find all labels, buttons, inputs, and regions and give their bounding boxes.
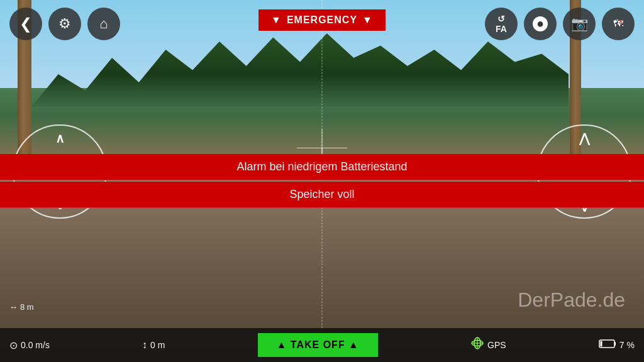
altitude-icon: ↕ [142,339,147,351]
record-icon: ● [533,16,548,31]
home-button[interactable]: ⌂ [87,8,120,40]
settings-button[interactable]: ⚙ [48,8,81,40]
speed-icon: ⊙ [9,339,18,351]
home-icon: ⌂ [99,16,108,32]
gps-icon [470,336,484,354]
back-button[interactable]: ❮ [9,8,42,40]
distance-icon: ↔ [9,302,18,312]
top-right-buttons: ↺FA ● 📷 🗺✕ [485,8,635,40]
altitude-value: 0 m [150,340,165,350]
storage-alert-banner: Speicher voll [0,182,644,208]
battery-icon [599,339,616,351]
battery-alert-banner: Alarm bei niedrigem Batteriestand [0,154,644,180]
flip-button[interactable]: ↺FA [485,8,518,40]
gps-status: GPS [470,336,506,354]
storage-alert-text: Speicher voll [289,188,354,200]
settings-icon: ⚙ [58,16,71,32]
speed-status: ⊙ 0.0 m/s [9,339,50,351]
battery-alert-text: Alarm bei niedrigem Batteriestand [236,160,407,173]
speed-value: 0.0 m/s [21,340,50,350]
altitude-status: ↕ 0 m [142,339,165,351]
map-button[interactable]: 🗺✕ [602,8,635,40]
top-left-buttons: ❮ ⚙ ⌂ [9,8,120,40]
takeoff-button[interactable]: ▲ TAKE OFF ▲ [258,333,378,357]
right-up-arrow[interactable]: ⋀ [579,131,589,146]
camera-button[interactable]: 📷 [563,8,596,40]
emergency-arrow-left: ▼ [271,14,282,26]
left-up-arrow[interactable]: ∧ [55,131,65,146]
back-icon: ❮ [19,15,32,33]
battery-status: 7 % [599,339,635,351]
emergency-button[interactable]: ▼ EMERGENCY ▼ [258,9,386,31]
record-button[interactable]: ● [524,8,557,40]
svg-rect-6 [600,341,602,347]
bottom-bar: ⊙ 0.0 m/s ↕ 0 m ▲ TAKE OFF ▲ GPS [0,328,644,362]
distance-value: 8 m [20,302,34,312]
camera-icon: 📷 [571,16,588,32]
flip-icon: ↺FA [496,14,507,34]
gps-label: GPS [487,340,506,350]
map-icon: 🗺✕ [613,18,623,30]
emergency-arrow-right: ▼ [362,14,373,26]
svg-rect-5 [614,342,616,346]
takeoff-label: ▲ TAKE OFF ▲ [277,339,359,351]
alert-container: Alarm bei niedrigem Batteriestand Speich… [0,154,644,208]
emergency-label: EMERGENCY [287,14,357,26]
distance-indicator: ↔ 8 m [9,302,34,312]
battery-value: 7 % [619,340,635,350]
